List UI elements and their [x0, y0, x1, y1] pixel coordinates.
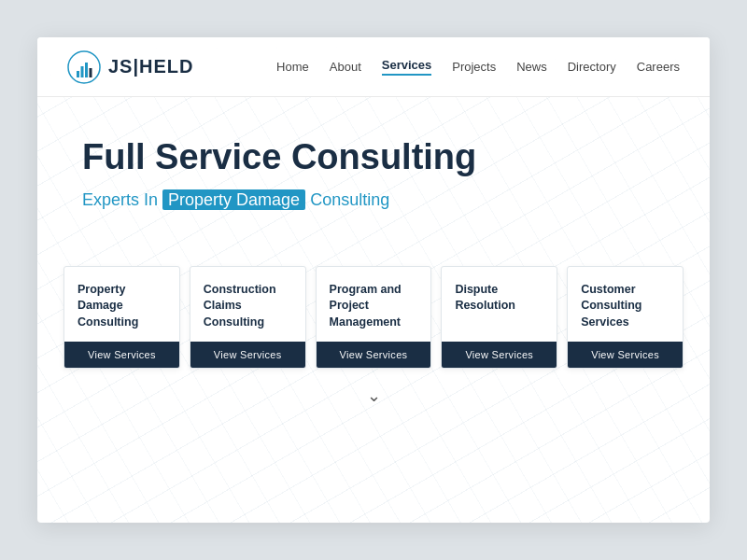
- service-card-3: Dispute Resolution View Services: [441, 266, 557, 370]
- view-services-btn-1[interactable]: View Services: [190, 342, 305, 368]
- card-body-2: Program and Project Management: [317, 267, 431, 343]
- nav-news[interactable]: News: [516, 60, 547, 74]
- main-card: JS|HELD Home About Services Projects New…: [37, 37, 710, 523]
- logo-text: JS|HELD: [108, 56, 194, 77]
- logo-icon: [67, 50, 101, 84]
- subtitle-prefix: Experts In: [82, 190, 162, 209]
- card-body-1: Construction Claims Consulting: [190, 267, 305, 343]
- nav-home[interactable]: Home: [276, 60, 309, 74]
- service-cards: Property Damage Consulting View Services…: [37, 266, 710, 370]
- card-title-4: Customer Consulting Services: [581, 282, 669, 331]
- subtitle-suffix: Consulting: [305, 190, 389, 209]
- page-wrapper: JS|HELD Home About Services Projects New…: [0, 0, 747, 560]
- view-services-btn-0[interactable]: View Services: [64, 342, 179, 368]
- service-card-4: Customer Consulting Services View Servic…: [567, 266, 684, 370]
- main-nav: Home About Services Projects News Direct…: [276, 58, 680, 76]
- chevron-area: ⌄: [37, 385, 710, 406]
- view-services-btn-4[interactable]: View Services: [568, 342, 683, 368]
- hero-section: Full Service Consulting Experts In Prope…: [37, 97, 710, 266]
- nav-projects[interactable]: Projects: [452, 60, 496, 74]
- header: JS|HELD Home About Services Projects New…: [37, 37, 710, 97]
- card-title-1: Construction Claims Consulting: [204, 282, 292, 331]
- nav-careers[interactable]: Careers: [637, 60, 680, 74]
- svg-rect-2: [81, 66, 84, 77]
- hero-title: Full Service Consulting: [82, 138, 665, 177]
- subtitle-highlight: Property Damage: [162, 189, 305, 210]
- card-title-0: Property Damage Consulting: [78, 282, 166, 331]
- nav-directory[interactable]: Directory: [568, 60, 616, 74]
- nav-about[interactable]: About: [330, 60, 361, 74]
- svg-rect-4: [90, 68, 92, 77]
- card-title-2: Program and Project Management: [330, 282, 418, 331]
- service-card-1: Construction Claims Consulting View Serv…: [190, 266, 306, 370]
- view-services-btn-2[interactable]: View Services: [317, 342, 431, 368]
- service-card-0: Property Damage Consulting View Services: [63, 266, 180, 370]
- svg-point-0: [68, 51, 100, 83]
- nav-services[interactable]: Services: [382, 58, 432, 76]
- card-body-0: Property Damage Consulting: [64, 267, 179, 343]
- view-services-btn-3[interactable]: View Services: [442, 342, 557, 368]
- service-card-2: Program and Project Management View Serv…: [316, 266, 432, 370]
- card-title-3: Dispute Resolution: [455, 282, 543, 315]
- card-body-3: Dispute Resolution: [442, 267, 557, 342]
- card-body-4: Customer Consulting Services: [568, 267, 683, 343]
- svg-rect-1: [77, 71, 79, 77]
- chevron-down-icon[interactable]: ⌄: [367, 385, 381, 406]
- svg-rect-3: [85, 63, 88, 77]
- hero-subtitle: Experts In Property Damage Consulting: [82, 190, 665, 210]
- logo-area: JS|HELD: [67, 50, 194, 84]
